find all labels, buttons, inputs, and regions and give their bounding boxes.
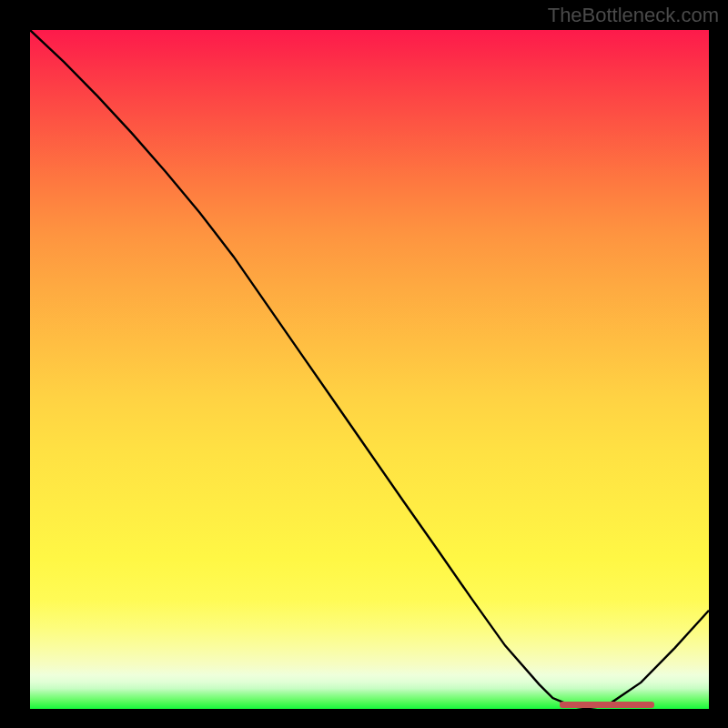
chart-container: TheBottleneck.com <box>0 0 728 728</box>
curve-svg <box>30 30 709 709</box>
bottleneck-curve-path <box>30 30 709 708</box>
attribution-text: TheBottleneck.com <box>548 4 719 27</box>
optimal-range-marker <box>560 702 654 708</box>
plot-area <box>30 30 709 709</box>
